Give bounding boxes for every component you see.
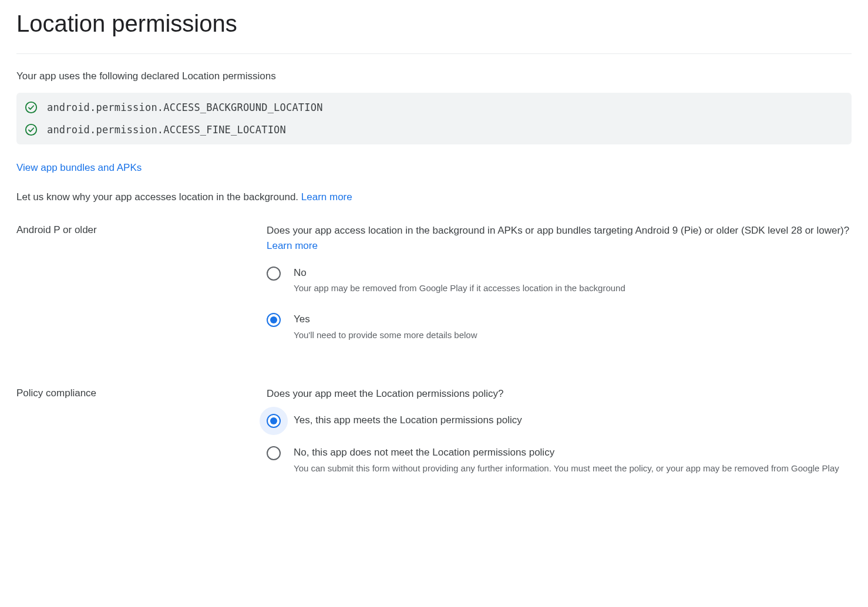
permission-code: android.permission.ACCESS_FINE_LOCATION xyxy=(47,124,286,136)
section-android-p: Android P or older Does your app access … xyxy=(16,223,852,359)
permission-row: android.permission.ACCESS_BACKGROUND_LOC… xyxy=(16,96,852,119)
svg-point-1 xyxy=(26,124,36,135)
radio-option-policy-yes[interactable]: Yes, this app meets the Location permiss… xyxy=(267,413,852,428)
radio-subtext: Your app may be removed from Google Play… xyxy=(294,282,852,295)
svg-point-0 xyxy=(26,102,36,113)
intro-text: Your app uses the following declared Loc… xyxy=(16,70,852,82)
question-text: Does your app meet the Location permissi… xyxy=(267,386,852,402)
question-text: Does your app access location in the bac… xyxy=(267,223,852,254)
permissions-box: android.permission.ACCESS_BACKGROUND_LOC… xyxy=(16,93,852,144)
section-label: Android P or older xyxy=(16,223,267,236)
checkmark-icon xyxy=(25,101,38,114)
radio-option-yes[interactable]: Yes You'll need to provide some more det… xyxy=(267,312,852,342)
learn-more-link[interactable]: Learn more xyxy=(301,191,352,203)
radio-icon xyxy=(267,414,281,428)
lead-text: Let us know why your app accesses locati… xyxy=(16,191,852,203)
radio-option-policy-no[interactable]: No, this app does not meet the Location … xyxy=(267,446,852,475)
radio-subtext: You can submit this form without providi… xyxy=(294,462,852,475)
view-bundles-link[interactable]: View app bundles and APKs xyxy=(16,162,142,174)
radio-label: Yes xyxy=(294,312,852,326)
radio-label: No xyxy=(294,266,852,280)
section-policy-compliance: Policy compliance Does your app meet the… xyxy=(16,386,852,493)
radio-icon xyxy=(267,267,281,281)
permission-code: android.permission.ACCESS_BACKGROUND_LOC… xyxy=(47,102,323,113)
page-title: Location permissions xyxy=(16,0,852,54)
radio-label: Yes, this app meets the Location permiss… xyxy=(294,413,852,427)
section-label: Policy compliance xyxy=(16,386,267,399)
permission-row: android.permission.ACCESS_FINE_LOCATION xyxy=(16,119,852,141)
lead-text-body: Let us know why your app accesses locati… xyxy=(16,191,301,203)
question-body: Does your app access location in the bac… xyxy=(267,225,849,236)
radio-icon xyxy=(267,446,281,460)
checkmark-icon xyxy=(25,123,38,136)
learn-more-link[interactable]: Learn more xyxy=(267,238,318,254)
radio-label: No, this app does not meet the Location … xyxy=(294,446,852,460)
radio-option-no[interactable]: No Your app may be removed from Google P… xyxy=(267,266,852,295)
radio-subtext: You'll need to provide some more details… xyxy=(294,329,852,342)
radio-icon xyxy=(267,313,281,327)
